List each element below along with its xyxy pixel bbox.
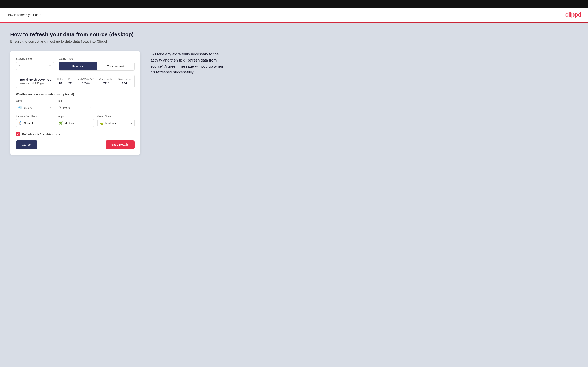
tournament-button[interactable]: Tournament xyxy=(97,62,134,70)
cancel-button[interactable]: Cancel xyxy=(16,141,37,149)
main-content: How to refresh your data from source (de… xyxy=(0,23,588,367)
course-name: Royal North Devon GC, xyxy=(20,78,57,81)
wind-value: Strong xyxy=(24,106,32,109)
instruction-text: 3) Make any extra edits necessary to the… xyxy=(150,51,226,75)
game-type-group: Game Type Practice Tournament xyxy=(59,57,135,71)
green-speed-select[interactable]: ⛳ Moderate ▾ xyxy=(97,119,135,127)
logo: clippd xyxy=(565,11,581,18)
green-speed-group: Green Speed ⛳ Moderate ▾ xyxy=(97,115,135,127)
green-speed-chevron-icon: ▾ xyxy=(131,122,132,125)
fairway-select[interactable]: 🏌 Normal ▾ xyxy=(16,119,53,127)
fairway-icon: 🏌 xyxy=(18,121,22,125)
content-row: Starting Hole 1 ▾ Game Type Practice Tou… xyxy=(10,51,578,155)
empty-group xyxy=(97,99,135,111)
holes-label: Holes xyxy=(57,78,63,80)
page-heading: How to refresh your data from source (de… xyxy=(10,31,578,38)
form-card: Starting Hole 1 ▾ Game Type Practice Tou… xyxy=(10,51,140,155)
instruction-panel: 3) Make any extra edits necessary to the… xyxy=(150,51,226,75)
chevron-down-icon: ▾ xyxy=(49,64,51,68)
wind-chevron-icon: ▾ xyxy=(50,106,51,109)
form-row-1: Starting Hole 1 ▾ Game Type Practice Tou… xyxy=(16,57,135,71)
rough-group: Rough 🌿 Moderate ▾ xyxy=(57,115,94,127)
par-value: 72 xyxy=(68,81,72,85)
top-bar xyxy=(0,0,588,8)
header-title: How to refresh your data xyxy=(7,13,41,17)
slope-rating-stat: Slope rating 134 xyxy=(118,78,130,85)
rough-select[interactable]: 🌿 Moderate ▾ xyxy=(57,119,94,127)
course-rating-stat: Course rating 72.5 xyxy=(99,78,113,85)
refresh-checkbox[interactable]: ✓ xyxy=(16,132,20,136)
save-button[interactable]: Save Details xyxy=(105,141,135,149)
green-speed-value: Moderate xyxy=(105,122,117,125)
game-type-label: Game Type xyxy=(59,57,135,60)
wind-group: Wind 💨 Strong ▾ xyxy=(16,99,53,111)
yards-value: 6,744 xyxy=(77,81,94,85)
rough-chevron-icon: ▾ xyxy=(90,122,92,125)
fairway-value: Normal xyxy=(24,122,33,125)
wind-label: Wind xyxy=(16,99,53,102)
course-rating-value: 72.5 xyxy=(99,81,113,85)
rough-value: Moderate xyxy=(65,122,76,125)
course-info-box: Royal North Devon GC, Westward Ho!, Engl… xyxy=(16,75,135,88)
green-speed-icon: ⛳ xyxy=(100,121,104,125)
practice-button[interactable]: Practice xyxy=(59,62,97,70)
yards-label: Yards/White (M)) xyxy=(77,78,94,80)
check-icon: ✓ xyxy=(17,133,19,136)
conditions-row-1: Wind 💨 Strong ▾ Rain ☀ None ▾ xyxy=(16,99,135,111)
checkbox-row: ✓ Refresh shots from data source xyxy=(16,132,135,136)
fairway-label: Fairway Conditions xyxy=(16,115,53,118)
rain-label: Rain xyxy=(57,99,94,102)
refresh-label: Refresh shots from data source xyxy=(22,133,60,136)
starting-hole-value: 1 xyxy=(19,64,21,68)
slope-rating-value: 134 xyxy=(118,81,130,85)
wind-icon: 💨 xyxy=(18,106,22,109)
starting-hole-select[interactable]: 1 ▾ xyxy=(16,62,54,70)
yards-stat: Yards/White (M)) 6,744 xyxy=(77,78,94,85)
rain-icon: ☀ xyxy=(59,106,62,109)
course-rating-label: Course rating xyxy=(99,78,113,80)
course-location: Westward Ho!, England xyxy=(20,82,57,85)
par-label: Par xyxy=(68,78,72,80)
fairway-group: Fairway Conditions 🏌 Normal ▾ xyxy=(16,115,53,127)
fairway-chevron-icon: ▾ xyxy=(50,122,51,125)
rough-label: Rough xyxy=(57,115,94,118)
rain-select[interactable]: ☀ None ▾ xyxy=(57,103,94,111)
slope-rating-label: Slope rating xyxy=(118,78,130,80)
par-stat: Par 72 xyxy=(68,78,72,85)
rain-chevron-icon: ▾ xyxy=(90,106,92,109)
starting-hole-label: Starting Hole xyxy=(16,57,54,60)
page-subheading: Ensure the correct and most up to date d… xyxy=(10,40,578,44)
conditions-title: Weather and course conditions (optional) xyxy=(16,92,135,96)
holes-stat: Holes 18 xyxy=(57,78,63,85)
green-speed-label: Green Speed xyxy=(97,115,135,118)
rain-group: Rain ☀ None ▾ xyxy=(57,99,94,111)
rough-icon: 🌿 xyxy=(59,121,63,125)
course-stats: Holes 18 Par 72 Yards/White (M)) 6,744 C… xyxy=(57,78,130,85)
conditions-row-2: Fairway Conditions 🏌 Normal ▾ Rough 🌿 Mo… xyxy=(16,115,135,127)
rain-value: None xyxy=(63,106,70,109)
course-details: Royal North Devon GC, Westward Ho!, Engl… xyxy=(20,78,57,85)
starting-hole-group: Starting Hole 1 ▾ xyxy=(16,57,54,71)
game-type-buttons: Practice Tournament xyxy=(59,62,135,71)
holes-value: 18 xyxy=(57,81,63,85)
button-row: Cancel Save Details xyxy=(16,141,135,149)
header: How to refresh your data clippd xyxy=(0,8,588,22)
wind-select[interactable]: 💨 Strong ▾ xyxy=(16,103,53,111)
